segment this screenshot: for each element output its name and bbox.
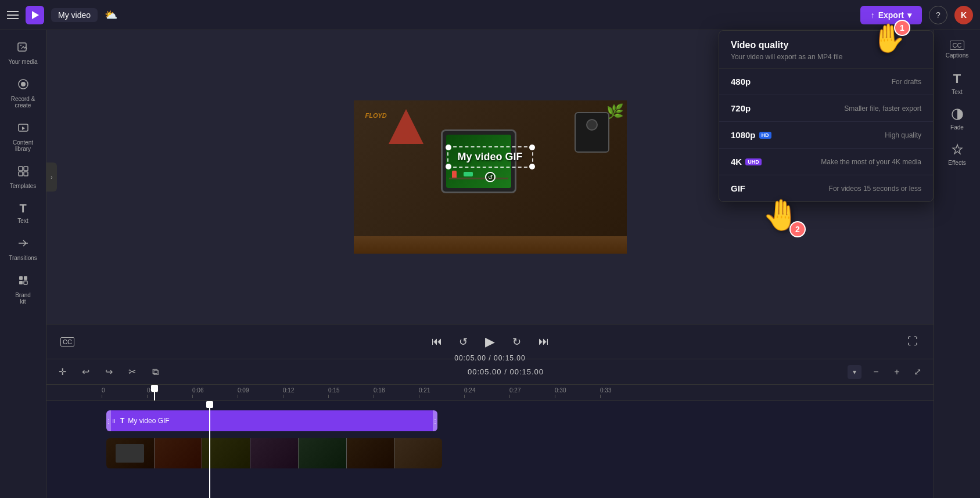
forward-button[interactable]: ↻	[508, 333, 526, 351]
ruler-mark-0: 0	[102, 387, 147, 398]
ruler-mark-015: 0:15	[328, 387, 374, 398]
sidebar-label-content-library: Contentlibrary	[13, 139, 33, 152]
menu-icon[interactable]	[7, 11, 19, 19]
play-button[interactable]: ▶	[481, 333, 500, 351]
play-icon: ▶	[485, 334, 495, 349]
quality-option-1080p[interactable]: 1080p HD High quality	[719, 122, 933, 149]
fade-icon	[951, 108, 964, 122]
select-tool-button[interactable]: ✛	[53, 363, 71, 381]
sidebar-item-templates[interactable]: Templates	[0, 159, 46, 195]
video-plant: 🌿	[606, 103, 624, 120]
sidebar-label-record-create: Record &create	[11, 96, 35, 109]
export-dropdown-subtitle: Your video will export as an MP4 file	[731, 53, 921, 61]
uhd-badge: UHD	[745, 158, 762, 165]
timeline-expand-button[interactable]: ▾	[848, 365, 861, 379]
duplicate-button[interactable]: ⧉	[146, 363, 164, 381]
collapse-left-button[interactable]: ›	[46, 163, 57, 192]
ruler-mark-009: 0:09	[238, 387, 283, 398]
export-button[interactable]: ↑ Export ▾	[860, 6, 922, 24]
title-selection-box: My video GIF	[447, 146, 533, 168]
video-track-clip[interactable]	[106, 438, 442, 468]
sidebar-item-effects[interactable]: Effects	[934, 138, 980, 172]
fullscreen-button[interactable]: ⛶	[903, 333, 922, 351]
skip-forward-button[interactable]: ⏭	[534, 333, 553, 351]
zoom-in-button[interactable]: +	[888, 363, 906, 381]
topbar-right: ↑ Export ▾ ? K	[860, 6, 973, 24]
sidebar-item-record-create[interactable]: Record &create	[0, 72, 46, 114]
video-thumb-strip	[106, 438, 442, 468]
svg-rect-11	[24, 276, 27, 280]
quality-desc-720p: Smaller file, faster export	[844, 104, 921, 113]
game-platform	[449, 178, 508, 179]
ruler-playhead-top	[151, 385, 158, 392]
record-create-icon	[17, 78, 30, 93]
expand-icon: ▾	[853, 368, 856, 376]
clip-handle-right[interactable]: ⋮	[433, 410, 437, 431]
sidebar-item-brand-kit[interactable]: Brandkit	[0, 268, 46, 311]
clip-handle-left[interactable]: ⋮	[106, 410, 111, 431]
sidebar-item-transitions[interactable]: Transitions	[0, 231, 46, 267]
ruler-playhead	[154, 385, 155, 400]
handle-bl	[445, 164, 451, 169]
video-floyd-text: FLOYD	[365, 112, 387, 119]
svg-rect-13	[24, 281, 27, 284]
rotation-handle[interactable]: ↺	[485, 172, 496, 182]
handle-br	[529, 164, 535, 169]
sidebar-right-label-fade: Fade	[950, 124, 964, 131]
text-track-clip[interactable]: ⋮ ⏸ T My video GIF ⋮	[106, 410, 437, 431]
help-button[interactable]: ?	[929, 6, 947, 24]
redo-button[interactable]: ↪	[100, 363, 117, 381]
quality-option-720p[interactable]: 720p Smaller file, faster export	[719, 95, 933, 122]
clip-pause-icon: ⏸	[111, 418, 117, 424]
sidebar-label-brand-kit: Brandkit	[15, 292, 31, 305]
game-character	[452, 171, 457, 178]
sidebar-right-label-captions: Captions	[946, 52, 968, 59]
sidebar-item-text[interactable]: T Text	[0, 196, 46, 230]
brand-kit-icon	[17, 274, 30, 290]
skip-back-button[interactable]: ⏮	[428, 333, 446, 351]
cut-button[interactable]: ✂	[123, 363, 141, 381]
skip-forward-icon: ⏭	[539, 335, 549, 348]
sidebar-item-your-media[interactable]: Your media	[0, 35, 46, 71]
time-sep: /	[489, 354, 494, 362]
undo-button[interactable]: ↩	[77, 363, 94, 381]
select-icon: ✛	[59, 366, 66, 377]
quality-option-4k[interactable]: 4K UHD Make the most of your 4K media	[719, 149, 933, 175]
ruler-mark-024: 0:24	[464, 387, 509, 398]
project-name-container[interactable]: My video	[51, 8, 98, 22]
svg-point-2	[20, 45, 21, 46]
forward-icon: ↻	[512, 335, 521, 348]
current-time: 00:05.00	[454, 354, 486, 362]
sidebar-item-captions[interactable]: CC Captions	[934, 35, 980, 64]
quality-label-480p: 480p	[731, 77, 751, 86]
topbar-left: My video ⛅	[7, 6, 117, 24]
quality-desc-4k: Make the most of your 4K media	[821, 158, 921, 166]
timeline-zoom-controls: − + ⤢	[867, 363, 927, 381]
quality-option-gif[interactable]: GIF For videos 15 seconds or less	[719, 175, 933, 201]
sidebar-item-text-right[interactable]: T Text	[934, 66, 980, 101]
time-display-wrapper: 00:05.00 / 00:15.00	[454, 354, 525, 362]
zoom-out-button[interactable]: −	[867, 363, 885, 381]
avatar[interactable]: K	[954, 6, 973, 24]
skip-back-icon: ⏮	[432, 335, 442, 348]
fullscreen-timeline-button[interactable]: ⤢	[909, 363, 927, 381]
export-dropdown-header: Video quality Your video will export as …	[719, 31, 933, 68]
playback-center-controls: ⏮ ↺ ▶ ↻ ⏭	[428, 333, 553, 351]
topbar: My video ⛅ ↑ Export ▾ ? K	[0, 0, 980, 30]
ruler-mark-033: 0:33	[600, 387, 645, 398]
quality-option-480p[interactable]: 480p For drafts	[719, 68, 933, 95]
timeline-ruler: 0 0:03 0:06 0:09 0:12 0:15 0:18 0:21 0:2…	[46, 385, 934, 401]
handle-tl	[445, 145, 451, 150]
video-thumb-1	[106, 438, 155, 468]
sidebar-label-your-media: Your media	[8, 59, 37, 65]
ruler-mark-006: 0:06	[192, 387, 238, 398]
cc-button[interactable]: CC	[58, 333, 77, 351]
sidebar-item-fade[interactable]: Fade	[934, 102, 980, 136]
rewind-button[interactable]: ↺	[454, 333, 473, 351]
video-thumb-3	[202, 438, 250, 468]
svg-marker-0	[32, 11, 39, 19]
sidebar-item-content-library[interactable]: Contentlibrary	[0, 116, 46, 158]
cut-icon: ✂	[128, 366, 136, 377]
fullscreen-button-wrap: ⛶	[903, 333, 922, 351]
duplicate-icon: ⧉	[152, 367, 159, 377]
